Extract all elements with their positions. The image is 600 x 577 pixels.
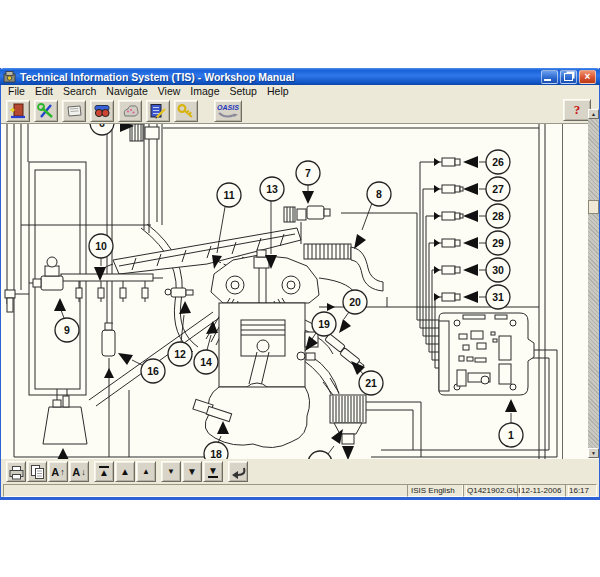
tools-button[interactable]	[34, 100, 58, 122]
connector-row-30	[434, 266, 460, 274]
svg-text:7: 7	[305, 167, 311, 179]
go-bottom-button[interactable]: ▼	[203, 461, 223, 482]
svg-text:19: 19	[318, 318, 330, 330]
callout-19[interactable]: 19	[312, 312, 336, 336]
connector-row-31	[434, 293, 460, 301]
key-button[interactable]	[174, 100, 198, 122]
print-button[interactable]	[6, 461, 26, 482]
restore-button[interactable]	[560, 70, 577, 84]
font-smaller-label: A	[72, 466, 80, 478]
callout-10[interactable]: 10	[89, 234, 113, 258]
menubar: File Edit Search Navigate View Image Set…	[1, 85, 599, 98]
menu-setup[interactable]: Setup	[225, 85, 262, 98]
notebook-button[interactable]	[146, 100, 170, 122]
menu-view[interactable]: View	[153, 85, 186, 98]
callout-6[interactable]: 6	[90, 124, 114, 135]
callout-7[interactable]: 7	[296, 161, 320, 185]
scroll-down-button[interactable]: ▼	[588, 448, 599, 458]
oasis-button[interactable]: OASIS	[214, 100, 242, 122]
svg-text:30: 30	[492, 264, 504, 276]
svg-text:20: 20	[349, 296, 361, 308]
drawing-area: 1 6 7 8 9 10 11 12 13 14 16 18 19 20 21 …	[1, 123, 599, 460]
callout-27[interactable]: 27	[486, 177, 510, 201]
oasis-icon: OASIS	[215, 102, 241, 120]
page-up-button[interactable]: ▲	[115, 461, 135, 482]
back-button[interactable]	[228, 461, 248, 482]
vertical-scrollbar[interactable]: ▲ ▼	[588, 109, 599, 458]
page-down-button[interactable]: ▼	[182, 461, 202, 482]
bottom-toolbar: A↑ A↓ ▲ ▲ ▲ ▼ ▼ ▼	[1, 459, 599, 484]
printer-icon	[7, 463, 25, 481]
svg-text:16: 16	[147, 365, 159, 377]
font-smaller-button[interactable]: A↓	[69, 461, 89, 482]
status-bar: ISIS English Q1421902.GUE 12-11-2006 16:…	[1, 484, 599, 497]
step-down-button[interactable]: ▼	[161, 461, 181, 482]
callout-11[interactable]: 11	[217, 183, 241, 207]
stamp-button[interactable]	[118, 100, 142, 122]
callout-9[interactable]: 9	[55, 318, 79, 342]
menu-image[interactable]: Image	[185, 85, 224, 98]
triangle-up-small-icon: ▲	[142, 468, 150, 476]
restore-icon	[564, 73, 573, 81]
connector-row-26	[434, 158, 460, 166]
callout-13[interactable]: 13	[260, 177, 284, 201]
callout-14[interactable]: 14	[194, 350, 218, 374]
wrench-screwdriver-icon	[36, 102, 56, 120]
return-arrow-icon	[229, 463, 247, 481]
menu-file[interactable]: File	[3, 85, 30, 98]
triangle-down-bar-icon: ▼	[208, 466, 218, 478]
map-sensor	[165, 288, 193, 297]
callout-20[interactable]: 20	[343, 290, 367, 314]
titlebar: Technical Information System (TIS) - Wor…	[0, 68, 600, 85]
minimize-button[interactable]	[541, 70, 558, 84]
copy-button[interactable]	[27, 461, 47, 482]
goggles-button[interactable]	[90, 100, 114, 122]
svg-text:9: 9	[64, 324, 70, 336]
step-up-button[interactable]: ▲	[136, 461, 156, 482]
status-empty-cell	[3, 484, 463, 497]
go-top-button[interactable]: ▲	[94, 461, 114, 482]
svg-text:6: 6	[99, 124, 105, 129]
connector-row-29	[434, 239, 460, 247]
svg-text:11: 11	[223, 189, 234, 201]
app-window: Technical Information System (TIS) - Wor…	[0, 68, 600, 500]
svg-text:31: 31	[492, 291, 504, 303]
scroll-track[interactable]	[588, 119, 599, 448]
document-button[interactable]	[62, 100, 86, 122]
top-fitting	[130, 124, 159, 141]
callout-31[interactable]: 31	[486, 285, 510, 309]
minimize-icon	[544, 79, 551, 81]
exit-door-icon	[8, 102, 28, 120]
callout-8[interactable]: 8	[367, 182, 391, 206]
font-larger-button[interactable]: A↑	[48, 461, 68, 482]
menu-navigate[interactable]: Navigate	[101, 85, 152, 98]
callout-21[interactable]: 21	[359, 371, 383, 395]
wiring-diagram-image: 1 6 7 8 9 10 11 12 13 14 16 18 19 20 21 …	[1, 124, 573, 460]
scroll-thumb[interactable]	[588, 200, 599, 214]
help-button[interactable]: ?	[563, 99, 591, 121]
close-button[interactable]: ×	[579, 70, 596, 84]
callout-1[interactable]: 1	[499, 423, 523, 447]
menu-edit[interactable]: Edit	[30, 85, 58, 98]
callout-30[interactable]: 30	[486, 258, 510, 282]
font-larger-label: A	[51, 466, 59, 478]
menu-search[interactable]: Search	[58, 85, 101, 98]
triangle-up-icon: ▲	[120, 467, 130, 477]
window-bottom-border	[0, 497, 600, 500]
callout-26[interactable]: 26	[486, 150, 510, 174]
window-title: Technical Information System (TIS) - Wor…	[20, 71, 541, 83]
exit-button[interactable]	[6, 100, 30, 122]
svg-text:26: 26	[492, 156, 504, 168]
callout-18[interactable]: 18	[204, 442, 228, 460]
callout-16[interactable]: 16	[141, 359, 165, 383]
menu-help[interactable]: Help	[262, 85, 294, 98]
scroll-up-button[interactable]: ▲	[588, 109, 599, 119]
key-icon	[176, 102, 196, 120]
callout-28[interactable]: 28	[486, 204, 510, 228]
stamp-icon	[120, 102, 140, 120]
callout-12[interactable]: 12	[168, 342, 192, 366]
status-document-id: Q1421902.GUE	[463, 484, 521, 497]
status-date: 12-11-2006	[517, 484, 569, 497]
document-icon	[64, 102, 84, 120]
callout-29[interactable]: 29	[486, 231, 510, 255]
